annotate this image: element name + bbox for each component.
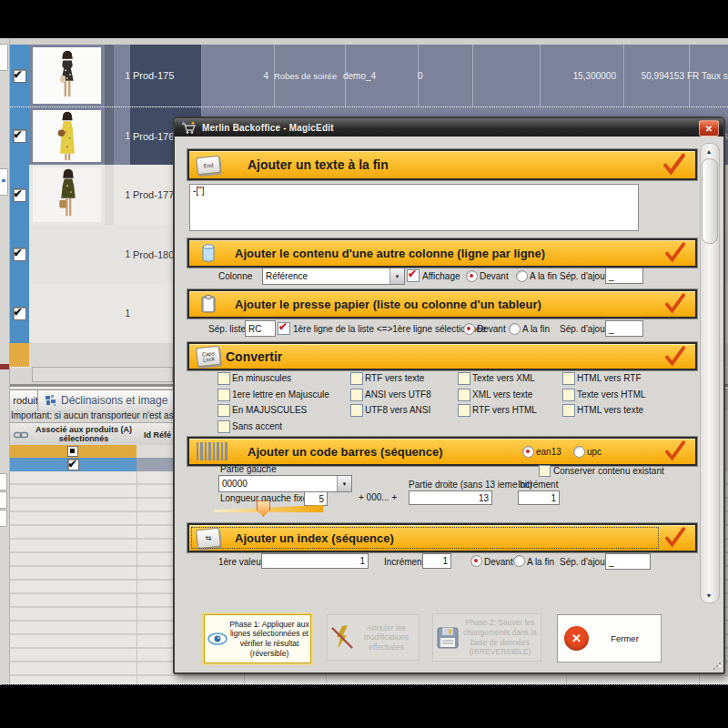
gold-cell bbox=[9, 343, 29, 367]
convertir-checkbox[interactable] bbox=[562, 372, 575, 385]
annuler-label: Annuler les modifications effectuées bbox=[354, 623, 419, 652]
fermer-button[interactable]: ✕ Fermer bbox=[557, 614, 662, 662]
sep-liste-input[interactable]: RC bbox=[245, 320, 276, 337]
convertir-checkbox[interactable] bbox=[562, 404, 575, 417]
section-header-code-barres[interactable]: Ajouter un code barres (séquence) ean13 … bbox=[187, 437, 697, 466]
left-widget[interactable] bbox=[0, 510, 7, 527]
panel-bottom-edge bbox=[0, 681, 728, 685]
convertir-label: 1ere lettre en Majuscule bbox=[232, 389, 329, 399]
section-header-texte-fin[interactable]: End Ajouter un texte à la fin bbox=[187, 149, 697, 180]
section-header-convertir[interactable]: Caps Lock Convertir bbox=[187, 342, 697, 370]
increment-input[interactable]: 1 bbox=[422, 553, 451, 569]
product-photo bbox=[33, 110, 101, 162]
row-checkbox[interactable] bbox=[13, 69, 26, 83]
row-checkbox[interactable] bbox=[13, 248, 26, 261]
row-sliver bbox=[105, 165, 114, 225]
convertir-label: ANSI vers UTF8 bbox=[365, 389, 431, 399]
convertir-checkbox[interactable] bbox=[217, 404, 230, 417]
convertir-checkbox[interactable] bbox=[217, 420, 230, 433]
end-key-icon: End bbox=[195, 154, 222, 176]
tab-produit-label: roduit bbox=[13, 395, 38, 406]
upc-radio[interactable] bbox=[573, 446, 585, 458]
row-sliver bbox=[105, 107, 114, 165]
scroll-up-icon[interactable]: ▲ bbox=[702, 145, 716, 157]
sep-ajout-input[interactable]: _ bbox=[605, 268, 643, 284]
row-checkbox[interactable] bbox=[13, 307, 26, 320]
check-mark-icon bbox=[662, 345, 688, 368]
convertir-checkbox[interactable] bbox=[217, 389, 230, 401]
left-widget[interactable] bbox=[0, 168, 8, 196]
convertir-checkbox[interactable] bbox=[562, 389, 575, 401]
premiere-valeur-input[interactable]: 1 bbox=[261, 553, 369, 569]
section-header-autre-colonne[interactable]: Ajouter le contenu d'une autre colonne (… bbox=[187, 238, 697, 268]
phase1-button[interactable]: Phase 1: Appliquer aux lignes sélectionn… bbox=[204, 614, 311, 663]
sep-ajout-input[interactable]: _ bbox=[605, 553, 651, 570]
assoc-row-blue[interactable] bbox=[9, 458, 136, 471]
assoc-col1-label: Associé aux produits (A)sélectionnés bbox=[30, 426, 137, 444]
dropdown-arrow-icon[interactable]: ▼ bbox=[337, 476, 351, 491]
annuler-button: Annuler les modifications effectuées bbox=[327, 614, 420, 661]
assoc-checkbox-indeterminate[interactable] bbox=[67, 446, 78, 457]
colonne-select[interactable]: Référence ▼ bbox=[262, 268, 405, 285]
convertir-checkbox[interactable] bbox=[458, 372, 470, 385]
section-header-index[interactable]: ⇆ Ajouter un index (séquence) bbox=[187, 523, 697, 552]
partie-droite-label: Partie droite (sans 13 ieme bit) bbox=[409, 480, 532, 490]
check-mark-icon bbox=[662, 292, 688, 315]
devant-radio[interactable] bbox=[466, 270, 478, 282]
longueur-input[interactable]: 5 bbox=[304, 491, 328, 506]
conserver-label: Conserver contenu existant bbox=[553, 466, 664, 476]
sep-ajout-input[interactable]: _ bbox=[605, 320, 643, 337]
texte-fin-input[interactable]: -["] bbox=[189, 184, 639, 231]
assoc-col2-label: Id Réfé bbox=[144, 430, 171, 440]
partie-gauche-select[interactable]: 00000 ▼ bbox=[218, 475, 352, 492]
convertir-checkbox[interactable] bbox=[217, 372, 230, 385]
conserver-checkbox[interactable] bbox=[539, 465, 551, 477]
increment-input[interactable]: 1 bbox=[518, 490, 560, 505]
count-cell: 4 bbox=[198, 45, 275, 106]
sep-ajout-label: Sép. d'ajout bbox=[560, 324, 608, 334]
save-floppy-icon bbox=[436, 626, 460, 650]
dialog-scrollbar[interactable]: ▲ ▼ bbox=[700, 143, 720, 603]
increment-label: Incrément bbox=[518, 480, 558, 490]
left-widget[interactable] bbox=[0, 473, 7, 490]
convertir-checkbox[interactable] bbox=[350, 404, 363, 417]
section-header-presse-papier[interactable]: Ajouter le presse papier (liste ou colon… bbox=[187, 289, 697, 318]
dialog-titlebar[interactable]: Merlin Backoffice - MagicEdit ✕ bbox=[175, 118, 723, 136]
scroll-down-icon[interactable]: ▼ bbox=[702, 589, 716, 602]
partie-droite-input[interactable]: 13 bbox=[409, 490, 492, 505]
column-database-icon bbox=[195, 242, 222, 264]
left-widget[interactable] bbox=[0, 491, 7, 509]
affichage-checkbox[interactable] bbox=[407, 269, 420, 282]
convertir-label: Sans accent bbox=[232, 421, 282, 431]
convertir-checkbox[interactable] bbox=[458, 389, 470, 401]
premiere-ligne-checkbox[interactable] bbox=[278, 322, 290, 335]
check-mark-icon bbox=[662, 241, 688, 264]
table-row[interactable]: 1 Prod-175 4 Robes de soirée demo_4 0 15… bbox=[0, 45, 728, 107]
magicedit-dialog: Merlin Backoffice - MagicEdit ✕ End Ajou… bbox=[173, 116, 725, 674]
convertir-checkbox[interactable] bbox=[350, 372, 363, 385]
resize-grip[interactable] bbox=[713, 662, 721, 670]
dropdown-arrow-icon[interactable]: ▼ bbox=[389, 268, 404, 284]
row-checkbox[interactable] bbox=[13, 129, 26, 143]
tab-declinaisons-label: Déclinaisons et image bbox=[61, 394, 167, 407]
assoc-checkbox-checked[interactable] bbox=[67, 459, 79, 470]
row-sliver bbox=[105, 45, 114, 106]
alafin-radio[interactable] bbox=[509, 323, 521, 335]
price1-cell: 15,300000 bbox=[540, 45, 624, 106]
assoc-row-orange[interactable] bbox=[9, 445, 136, 458]
scrollbar-thumb[interactable] bbox=[702, 158, 718, 244]
row-checkbox[interactable] bbox=[13, 188, 26, 202]
convertir-checkbox[interactable] bbox=[458, 404, 470, 417]
qty-cell: 1 bbox=[114, 165, 132, 225]
alafin-radio[interactable] bbox=[516, 270, 528, 282]
convertir-checkbox[interactable] bbox=[350, 389, 363, 401]
ean13-radio[interactable] bbox=[522, 446, 534, 458]
assoc-col1-header[interactable]: Associé aux produits (A)sélectionnés bbox=[9, 422, 138, 447]
qty-cell: 1 bbox=[114, 284, 132, 343]
devant-radio[interactable] bbox=[470, 555, 482, 567]
close-icon[interactable]: ✕ bbox=[699, 120, 719, 136]
alafin-radio[interactable] bbox=[513, 555, 525, 567]
left-widget[interactable] bbox=[0, 44, 8, 71]
slider-handle[interactable] bbox=[257, 500, 270, 517]
devant-radio[interactable] bbox=[463, 323, 475, 335]
